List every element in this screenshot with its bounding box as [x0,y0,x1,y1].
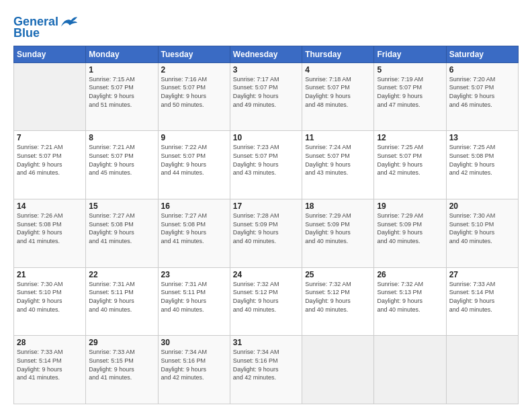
day-number: 13 [449,133,515,142]
calendar-cell: 20Sunrise: 7:30 AMSunset: 5:10 PMDayligh… [446,199,518,268]
calendar-cell: 27Sunrise: 7:33 AMSunset: 5:14 PMDayligh… [446,267,518,336]
day-number: 9 [161,133,227,142]
day-info: Sunrise: 7:32 AMSunset: 5:12 PMDaylight:… [233,280,299,314]
day-header-saturday: Saturday [446,46,518,62]
day-info: Sunrise: 7:33 AMSunset: 5:14 PMDaylight:… [17,348,83,381]
calendar-cell [14,62,86,131]
calendar-week-2: 7Sunrise: 7:21 AMSunset: 5:07 PMDaylight… [14,131,519,199]
logo: General Blue [13,15,79,40]
calendar-cell: 22Sunrise: 7:31 AMSunset: 5:11 PMDayligh… [86,267,158,336]
calendar-cell: 7Sunrise: 7:21 AMSunset: 5:07 PMDaylight… [14,131,86,199]
calendar-cell: 24Sunrise: 7:32 AMSunset: 5:12 PMDayligh… [230,267,302,336]
calendar-cell: 1Sunrise: 7:15 AMSunset: 5:07 PMDaylight… [86,62,158,131]
logo-text-blue: Blue [13,27,40,40]
day-info: Sunrise: 7:33 AMSunset: 5:15 PMDaylight:… [89,348,154,381]
day-number: 24 [233,270,299,279]
day-number: 27 [449,270,515,279]
day-info: Sunrise: 7:21 AMSunset: 5:07 PMDaylight:… [17,143,83,177]
calendar-cell: 3Sunrise: 7:17 AMSunset: 5:07 PMDaylight… [230,62,302,131]
calendar-cell: 19Sunrise: 7:29 AMSunset: 5:09 PMDayligh… [374,199,446,268]
calendar-cell [374,336,446,404]
logo-bird-icon [60,15,79,30]
day-info: Sunrise: 7:33 AMSunset: 5:14 PMDaylight:… [449,280,515,314]
day-number: 12 [377,133,443,142]
day-info: Sunrise: 7:25 AMSunset: 5:07 PMDaylight:… [377,143,443,177]
day-header-monday: Monday [86,46,158,62]
day-number: 19 [377,201,443,211]
day-number: 2 [161,65,227,75]
calendar-cell: 25Sunrise: 7:32 AMSunset: 5:12 PMDayligh… [302,267,374,336]
day-info: Sunrise: 7:32 AMSunset: 5:13 PMDaylight:… [377,280,443,314]
day-info: Sunrise: 7:17 AMSunset: 5:07 PMDaylight:… [233,75,299,109]
day-info: Sunrise: 7:15 AMSunset: 5:07 PMDaylight:… [89,75,154,109]
day-info: Sunrise: 7:29 AMSunset: 5:09 PMDaylight:… [377,212,443,245]
day-number: 23 [161,270,227,279]
day-number: 29 [89,338,154,347]
day-header-friday: Friday [374,46,446,62]
day-info: Sunrise: 7:25 AMSunset: 5:08 PMDaylight:… [449,143,515,177]
calendar-cell: 18Sunrise: 7:29 AMSunset: 5:09 PMDayligh… [302,199,374,268]
day-number: 8 [89,133,154,142]
calendar-week-5: 28Sunrise: 7:33 AMSunset: 5:14 PMDayligh… [14,336,519,404]
calendar-cell: 14Sunrise: 7:26 AMSunset: 5:08 PMDayligh… [14,199,86,268]
day-number: 16 [161,201,227,211]
day-info: Sunrise: 7:28 AMSunset: 5:09 PMDaylight:… [233,212,299,245]
calendar-cell: 4Sunrise: 7:18 AMSunset: 5:07 PMDaylight… [302,62,374,131]
calendar-cell: 21Sunrise: 7:30 AMSunset: 5:10 PMDayligh… [14,267,86,336]
day-number: 31 [233,338,299,347]
calendar-cell: 11Sunrise: 7:24 AMSunset: 5:07 PMDayligh… [302,131,374,199]
day-number: 4 [305,65,371,75]
day-info: Sunrise: 7:31 AMSunset: 5:11 PMDaylight:… [161,280,227,314]
day-info: Sunrise: 7:16 AMSunset: 5:07 PMDaylight:… [161,75,227,109]
calendar-cell: 13Sunrise: 7:25 AMSunset: 5:08 PMDayligh… [446,131,518,199]
calendar-table: SundayMondayTuesdayWednesdayThursdayFrid… [13,46,519,404]
day-info: Sunrise: 7:20 AMSunset: 5:07 PMDaylight:… [449,75,515,109]
day-header-tuesday: Tuesday [158,46,230,62]
calendar-cell: 12Sunrise: 7:25 AMSunset: 5:07 PMDayligh… [374,131,446,199]
calendar-cell: 5Sunrise: 7:19 AMSunset: 5:07 PMDaylight… [374,62,446,131]
day-number: 14 [17,201,83,211]
calendar-cell: 2Sunrise: 7:16 AMSunset: 5:07 PMDaylight… [158,62,230,131]
day-number: 11 [305,133,371,142]
day-number: 18 [305,201,371,211]
calendar-cell: 29Sunrise: 7:33 AMSunset: 5:15 PMDayligh… [86,336,158,404]
day-header-thursday: Thursday [302,46,374,62]
calendar-week-3: 14Sunrise: 7:26 AMSunset: 5:08 PMDayligh… [14,199,519,268]
day-number: 30 [161,338,227,347]
day-info: Sunrise: 7:31 AMSunset: 5:11 PMDaylight:… [89,280,154,314]
day-info: Sunrise: 7:30 AMSunset: 5:10 PMDaylight:… [17,280,83,314]
calendar-cell: 31Sunrise: 7:34 AMSunset: 5:16 PMDayligh… [230,336,302,404]
calendar-cell [302,336,374,404]
day-header-wednesday: Wednesday [230,46,302,62]
day-number: 20 [449,201,515,211]
calendar-cell: 10Sunrise: 7:23 AMSunset: 5:07 PMDayligh… [230,131,302,199]
calendar-cell: 23Sunrise: 7:31 AMSunset: 5:11 PMDayligh… [158,267,230,336]
day-number: 7 [17,133,83,142]
day-info: Sunrise: 7:19 AMSunset: 5:07 PMDaylight:… [377,75,443,109]
calendar-week-1: 1Sunrise: 7:15 AMSunset: 5:07 PMDaylight… [14,62,519,131]
day-info: Sunrise: 7:32 AMSunset: 5:12 PMDaylight:… [305,280,371,314]
day-number: 3 [233,65,299,75]
calendar-cell: 17Sunrise: 7:28 AMSunset: 5:09 PMDayligh… [230,199,302,268]
day-info: Sunrise: 7:23 AMSunset: 5:07 PMDaylight:… [233,143,299,177]
calendar-cell: 15Sunrise: 7:27 AMSunset: 5:08 PMDayligh… [86,199,158,268]
day-header-sunday: Sunday [14,46,86,62]
calendar-cell: 26Sunrise: 7:32 AMSunset: 5:13 PMDayligh… [374,267,446,336]
day-number: 28 [17,338,83,347]
calendar-cell: 6Sunrise: 7:20 AMSunset: 5:07 PMDaylight… [446,62,518,131]
day-number: 5 [377,65,443,75]
calendar-cell: 30Sunrise: 7:34 AMSunset: 5:16 PMDayligh… [158,336,230,404]
calendar-cell [446,336,518,404]
day-info: Sunrise: 7:34 AMSunset: 5:16 PMDaylight:… [161,348,227,381]
page: General Blue SundayMondayTuesdayWednesda… [0,0,532,411]
day-number: 10 [233,133,299,142]
day-info: Sunrise: 7:21 AMSunset: 5:07 PMDaylight:… [89,143,154,177]
day-number: 25 [305,270,371,279]
day-info: Sunrise: 7:29 AMSunset: 5:09 PMDaylight:… [305,212,371,245]
header: General Blue [13,12,519,40]
day-info: Sunrise: 7:18 AMSunset: 5:07 PMDaylight:… [305,75,371,109]
day-info: Sunrise: 7:27 AMSunset: 5:08 PMDaylight:… [89,212,154,245]
day-number: 17 [233,201,299,211]
day-number: 6 [449,65,515,75]
day-number: 26 [377,270,443,279]
